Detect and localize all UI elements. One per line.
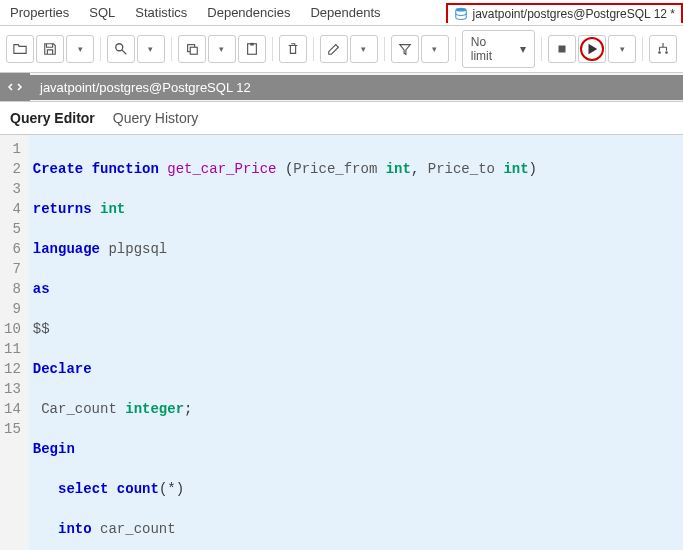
separator [455, 37, 456, 61]
database-icon [454, 7, 468, 21]
separator [384, 37, 385, 61]
svg-line-2 [122, 50, 126, 54]
connection-tab[interactable]: javatpoint/postgres@PostgreSQL 12 * [446, 3, 683, 23]
code-content[interactable]: Create function get_car_Price (Price_fro… [29, 135, 683, 550]
svg-point-1 [116, 44, 123, 51]
code-editor[interactable]: 123456789101112131415 Create function ge… [0, 135, 683, 550]
svg-rect-6 [250, 43, 254, 46]
svg-point-8 [658, 51, 661, 54]
connection-bar: javatpoint/postgres@PostgreSQL 12 [0, 73, 683, 102]
save-button[interactable] [36, 35, 64, 63]
separator [642, 37, 643, 61]
chevron-down-icon: ▾ [520, 42, 526, 56]
panel-tabs: Properties SQL Statistics Dependencies D… [0, 0, 683, 26]
separator [541, 37, 542, 61]
find-button[interactable] [107, 35, 135, 63]
copy-dropdown[interactable]: ▾ [208, 35, 236, 63]
connection-icon[interactable] [0, 73, 30, 101]
connection-label[interactable]: javatpoint/postgres@PostgreSQL 12 [30, 75, 683, 100]
limit-select[interactable]: No limit▾ [462, 30, 535, 68]
separator [100, 37, 101, 61]
edit-dropdown[interactable]: ▾ [350, 35, 378, 63]
limit-label: No limit [471, 35, 508, 63]
svg-point-0 [456, 7, 467, 11]
tab-dependents[interactable]: Dependents [300, 1, 390, 24]
toolbar: ▾ ▾ ▾ ▾ ▾ No limit▾ ▾ [0, 26, 683, 73]
svg-rect-7 [559, 46, 566, 53]
query-tabs: Query Editor Query History [0, 102, 683, 135]
copy-button[interactable] [178, 35, 206, 63]
open-file-button[interactable] [6, 35, 34, 63]
line-gutter: 123456789101112131415 [0, 135, 29, 550]
explain-button[interactable] [649, 35, 677, 63]
tab-query-editor[interactable]: Query Editor [10, 110, 95, 126]
filter-button[interactable] [391, 35, 419, 63]
play-icon [580, 37, 604, 61]
tab-sql[interactable]: SQL [79, 1, 125, 24]
tab-dependencies[interactable]: Dependencies [197, 1, 300, 24]
find-dropdown[interactable]: ▾ [137, 35, 165, 63]
separator [313, 37, 314, 61]
edit-button[interactable] [320, 35, 348, 63]
tab-properties[interactable]: Properties [0, 1, 79, 24]
execute-dropdown[interactable]: ▾ [608, 35, 636, 63]
svg-point-9 [665, 51, 668, 54]
paste-button[interactable] [238, 35, 266, 63]
save-dropdown[interactable]: ▾ [66, 35, 94, 63]
delete-button[interactable] [279, 35, 307, 63]
tab-query-history[interactable]: Query History [113, 110, 199, 126]
execute-button[interactable] [578, 35, 606, 63]
separator [272, 37, 273, 61]
stop-button[interactable] [548, 35, 576, 63]
separator [171, 37, 172, 61]
filter-dropdown[interactable]: ▾ [421, 35, 449, 63]
svg-rect-4 [190, 47, 197, 54]
connection-tab-label: javatpoint/postgres@PostgreSQL 12 * [472, 7, 675, 21]
tab-statistics[interactable]: Statistics [125, 1, 197, 24]
